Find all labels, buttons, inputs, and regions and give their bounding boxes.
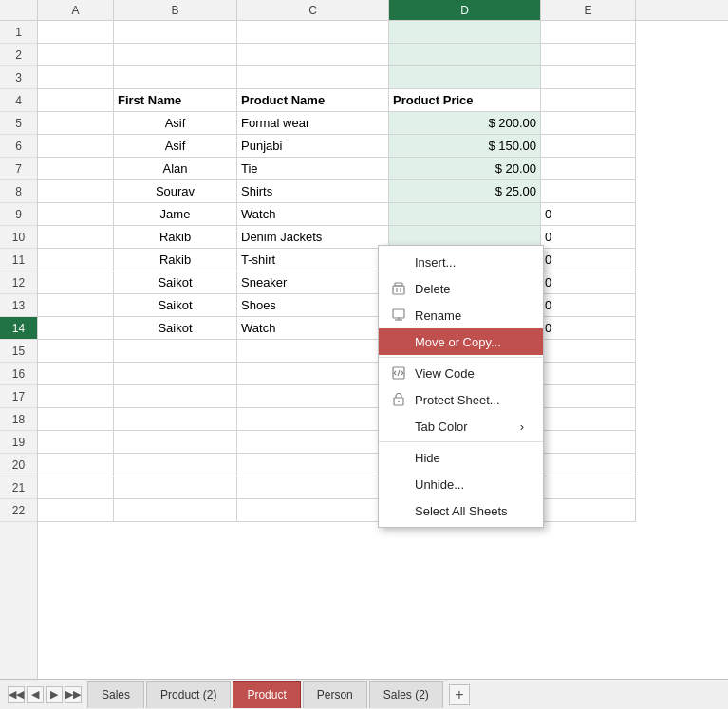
menu-item-unhide[interactable]: Unhide...: [379, 471, 543, 497]
cell-r4-c4[interactable]: [541, 89, 636, 112]
cell-r15-c1[interactable]: [114, 340, 237, 363]
cell-r11-c0[interactable]: [38, 249, 114, 271]
cell-r22-c0[interactable]: [38, 499, 114, 522]
menu-item-move-copy[interactable]: Move or Copy...: [379, 328, 543, 355]
menu-item-insert[interactable]: Insert...: [379, 249, 543, 275]
cell-r14-c1[interactable]: Saikot: [114, 317, 237, 340]
tab-nav-last[interactable]: ▶▶: [65, 686, 82, 703]
cell-r21-c0[interactable]: [38, 476, 114, 499]
cell-r7-c2[interactable]: Tie: [237, 158, 389, 180]
cell-r1-c1[interactable]: [114, 21, 237, 44]
cell-r4-c3[interactable]: Product Price: [389, 89, 541, 112]
cell-r10-c4[interactable]: 0: [541, 226, 636, 249]
cell-r18-c2[interactable]: [237, 408, 389, 431]
cell-r9-c3[interactable]: [389, 203, 541, 226]
sheet-tab-product2[interactable]: Product (2): [146, 681, 231, 708]
cell-r16-c0[interactable]: [38, 363, 114, 385]
cell-r9-c0[interactable]: [38, 203, 114, 226]
cell-r18-c4[interactable]: [541, 408, 636, 431]
sheet-tab-sales2[interactable]: Sales (2): [369, 681, 443, 708]
cell-r15-c0[interactable]: [38, 340, 114, 363]
menu-item-protect-sheet[interactable]: Protect Sheet...: [379, 386, 543, 413]
cell-r3-c3[interactable]: [389, 66, 541, 89]
cell-r6-c0[interactable]: [38, 135, 114, 158]
tab-nav-next[interactable]: ▶: [46, 686, 63, 703]
menu-item-hide[interactable]: Hide: [379, 444, 543, 471]
cell-r11-c2[interactable]: T-shirt: [237, 249, 389, 271]
cell-r9-c4[interactable]: 0: [541, 203, 636, 226]
cell-r12-c1[interactable]: Saikot: [114, 271, 237, 294]
sheet-tab-product[interactable]: Product: [233, 681, 300, 708]
cell-r16-c1[interactable]: [114, 363, 237, 385]
cell-r22-c2[interactable]: [237, 499, 389, 522]
cell-r3-c4[interactable]: [541, 66, 636, 89]
cell-r14-c2[interactable]: Watch: [237, 317, 389, 340]
cell-r7-c0[interactable]: [38, 158, 114, 180]
cell-r14-c0[interactable]: [38, 317, 114, 340]
cell-r2-c1[interactable]: [114, 44, 237, 66]
cell-r13-c1[interactable]: Saikot: [114, 294, 237, 317]
cell-r4-c2[interactable]: Product Name: [237, 89, 389, 112]
cell-r6-c2[interactable]: Punjabi: [237, 135, 389, 158]
cell-r7-c4[interactable]: [541, 158, 636, 180]
cell-r20-c1[interactable]: [114, 454, 237, 476]
cell-r5-c1[interactable]: Asif: [114, 112, 237, 135]
col-header-b[interactable]: B: [114, 0, 237, 20]
cell-r4-c1[interactable]: First Name: [114, 89, 237, 112]
cell-r4-c0[interactable]: [38, 89, 114, 112]
menu-item-rename[interactable]: Rename: [379, 302, 543, 328]
cell-r9-c1[interactable]: Jame: [114, 203, 237, 226]
cell-r7-c1[interactable]: Alan: [114, 158, 237, 180]
cell-r6-c4[interactable]: [541, 135, 636, 158]
cell-r10-c0[interactable]: [38, 226, 114, 249]
cell-r20-c2[interactable]: [237, 454, 389, 476]
cell-r8-c2[interactable]: Shirts: [237, 180, 389, 203]
cell-r1-c4[interactable]: [541, 21, 636, 44]
col-header-d[interactable]: D: [389, 0, 541, 20]
menu-item-view-code[interactable]: View Code: [379, 360, 543, 386]
cell-r3-c1[interactable]: [114, 66, 237, 89]
cell-r6-c3[interactable]: $ 150.00: [389, 135, 541, 158]
cell-r9-c2[interactable]: Watch: [237, 203, 389, 226]
cell-r11-c4[interactable]: 0: [541, 249, 636, 271]
col-header-c[interactable]: C: [237, 0, 389, 20]
col-header-a[interactable]: A: [38, 0, 114, 20]
cell-r7-c3[interactable]: $ 20.00: [389, 158, 541, 180]
cell-r21-c2[interactable]: [237, 476, 389, 499]
cell-r22-c4[interactable]: [541, 499, 636, 522]
cell-r5-c3[interactable]: $ 200.00: [389, 112, 541, 135]
cell-r1-c2[interactable]: [237, 21, 389, 44]
cell-r17-c0[interactable]: [38, 385, 114, 408]
cell-r1-c3[interactable]: [389, 21, 541, 44]
add-sheet-button[interactable]: +: [449, 684, 470, 705]
cell-r20-c0[interactable]: [38, 454, 114, 476]
cell-r8-c0[interactable]: [38, 180, 114, 203]
menu-item-tab-color[interactable]: Tab Color›: [379, 413, 543, 439]
tab-nav-first[interactable]: ◀◀: [8, 686, 25, 703]
cell-r12-c2[interactable]: Sneaker: [237, 271, 389, 294]
cell-r10-c2[interactable]: Denim Jackets: [237, 226, 389, 249]
tab-nav-prev[interactable]: ◀: [27, 686, 44, 703]
menu-item-select-all[interactable]: Select All Sheets: [379, 497, 543, 524]
menu-item-delete[interactable]: Delete: [379, 275, 543, 302]
cell-r2-c4[interactable]: [541, 44, 636, 66]
cell-r21-c4[interactable]: [541, 476, 636, 499]
cell-r5-c2[interactable]: Formal wear: [237, 112, 389, 135]
cell-r10-c1[interactable]: Rakib: [114, 226, 237, 249]
cell-r3-c2[interactable]: [237, 66, 389, 89]
cell-r2-c3[interactable]: [389, 44, 541, 66]
cell-r19-c1[interactable]: [114, 431, 237, 454]
cell-r16-c2[interactable]: [237, 363, 389, 385]
cell-r3-c0[interactable]: [38, 66, 114, 89]
cell-r13-c2[interactable]: Shoes: [237, 294, 389, 317]
cell-r2-c2[interactable]: [237, 44, 389, 66]
cell-r20-c4[interactable]: [541, 454, 636, 476]
cell-r19-c0[interactable]: [38, 431, 114, 454]
cell-r6-c1[interactable]: Asif: [114, 135, 237, 158]
col-header-e[interactable]: E: [541, 0, 636, 20]
cell-r18-c0[interactable]: [38, 408, 114, 431]
cell-r13-c4[interactable]: 0: [541, 294, 636, 317]
cell-r1-c0[interactable]: [38, 21, 114, 44]
cell-r12-c4[interactable]: 0: [541, 271, 636, 294]
cell-r19-c4[interactable]: [541, 431, 636, 454]
